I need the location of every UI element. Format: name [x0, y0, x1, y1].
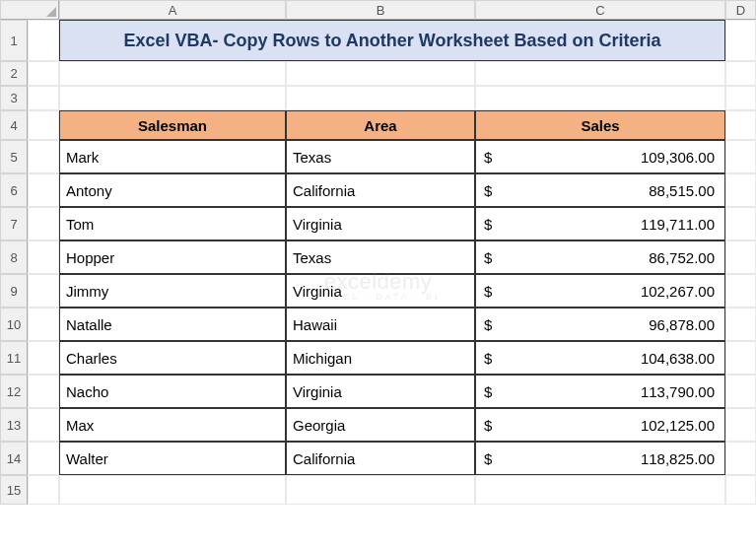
- header-sales[interactable]: Sales: [475, 110, 725, 140]
- cell-a10[interactable]: [28, 308, 59, 341]
- row-header-7[interactable]: 7: [0, 207, 28, 240]
- cell-a13[interactable]: [28, 408, 59, 442]
- cell-sales[interactable]: $104,638.00: [475, 341, 725, 375]
- cell-e2[interactable]: [725, 61, 756, 86]
- row-header-11[interactable]: 11: [0, 341, 28, 375]
- cell-e15[interactable]: [725, 475, 756, 505]
- cell-e3[interactable]: [725, 86, 756, 110]
- row-header-15[interactable]: 15: [0, 475, 28, 505]
- cell-e11[interactable]: [725, 341, 756, 375]
- cell-area[interactable]: Georgia: [286, 408, 475, 442]
- header-area[interactable]: Area: [286, 110, 475, 140]
- cell-salesman[interactable]: Nacho: [59, 375, 286, 408]
- cell-sales[interactable]: $102,267.00: [475, 274, 725, 308]
- cell-sales[interactable]: $96,878.00: [475, 308, 725, 341]
- cell-area[interactable]: California: [286, 173, 475, 207]
- cell-sales[interactable]: $88,515.00: [475, 173, 725, 207]
- cell-e9[interactable]: [725, 274, 756, 308]
- cell-e5[interactable]: [725, 140, 756, 173]
- col-header-b[interactable]: B: [286, 0, 475, 20]
- cell-a2[interactable]: [28, 61, 59, 86]
- cell-area[interactable]: Virginia: [286, 274, 475, 308]
- header-salesman[interactable]: Salesman: [59, 110, 286, 140]
- cell-salesman[interactable]: Max: [59, 408, 286, 442]
- cell-a4[interactable]: [28, 110, 59, 140]
- select-all-corner[interactable]: [0, 0, 59, 20]
- cell-c15[interactable]: [286, 475, 475, 505]
- row-header-2[interactable]: 2: [0, 61, 28, 86]
- cell-area[interactable]: Hawaii: [286, 308, 475, 341]
- cell-sales[interactable]: $113,790.00: [475, 375, 725, 408]
- cell-area[interactable]: Texas: [286, 240, 475, 274]
- cell-b15[interactable]: [59, 475, 286, 505]
- cell-d15[interactable]: [475, 475, 725, 505]
- cell-d3[interactable]: [475, 86, 725, 110]
- cell-b2[interactable]: [59, 61, 286, 86]
- row-header-13[interactable]: 13: [0, 408, 28, 442]
- row-header-10[interactable]: 10: [0, 308, 28, 341]
- cell-salesman[interactable]: Hopper: [59, 240, 286, 274]
- cell-c3[interactable]: [286, 86, 475, 110]
- cell-salesman[interactable]: Tom: [59, 207, 286, 240]
- cell-a1[interactable]: [28, 20, 59, 61]
- cell-sales[interactable]: $109,306.00: [475, 140, 725, 173]
- row-header-4[interactable]: 4: [0, 110, 28, 140]
- col-header-a[interactable]: A: [59, 0, 286, 20]
- currency-symbol: $: [482, 383, 492, 400]
- cell-salesman[interactable]: Mark: [59, 140, 286, 173]
- sales-value: 102,267.00: [641, 283, 719, 300]
- currency-symbol: $: [482, 149, 492, 166]
- cell-area[interactable]: Virginia: [286, 375, 475, 408]
- cell-a8[interactable]: [28, 240, 59, 274]
- cell-a11[interactable]: [28, 341, 59, 375]
- row-header-5[interactable]: 5: [0, 140, 28, 173]
- cell-area[interactable]: Virginia: [286, 207, 475, 240]
- cell-e12[interactable]: [725, 375, 756, 408]
- sales-value: 109,306.00: [641, 149, 719, 166]
- row-header-12[interactable]: 12: [0, 375, 28, 408]
- col-header-d[interactable]: D: [725, 0, 756, 20]
- cell-a7[interactable]: [28, 207, 59, 240]
- cell-salesman[interactable]: Antony: [59, 173, 286, 207]
- cell-area[interactable]: Michigan: [286, 341, 475, 375]
- cell-a3[interactable]: [28, 86, 59, 110]
- sales-value: 86,752.00: [649, 249, 719, 266]
- cell-sales[interactable]: $119,711.00: [475, 207, 725, 240]
- cell-e13[interactable]: [725, 408, 756, 442]
- cell-a14[interactable]: [28, 442, 59, 475]
- cell-a9[interactable]: [28, 274, 59, 308]
- cell-c2[interactable]: [286, 61, 475, 86]
- cell-salesman[interactable]: Charles: [59, 341, 286, 375]
- row-header-14[interactable]: 14: [0, 442, 28, 475]
- row-header-8[interactable]: 8: [0, 240, 28, 274]
- col-header-c[interactable]: C: [475, 0, 725, 20]
- cell-e1[interactable]: [725, 20, 756, 61]
- sales-value: 102,125.00: [641, 417, 719, 434]
- cell-area[interactable]: California: [286, 442, 475, 475]
- row-header-3[interactable]: 3: [0, 86, 28, 110]
- cell-sales[interactable]: $86,752.00: [475, 240, 725, 274]
- cell-area[interactable]: Texas: [286, 140, 475, 173]
- cell-a15[interactable]: [28, 475, 59, 505]
- cell-e10[interactable]: [725, 308, 756, 341]
- cell-e6[interactable]: [725, 173, 756, 207]
- cell-salesman[interactable]: Walter: [59, 442, 286, 475]
- cell-e4[interactable]: [725, 110, 756, 140]
- cell-e8[interactable]: [725, 240, 756, 274]
- cell-a6[interactable]: [28, 173, 59, 207]
- cell-sales[interactable]: $118,825.00: [475, 442, 725, 475]
- cell-salesman[interactable]: Natalle: [59, 308, 286, 341]
- cell-e7[interactable]: [725, 207, 756, 240]
- cell-a12[interactable]: [28, 375, 59, 408]
- cell-d2[interactable]: [475, 61, 725, 86]
- cell-a5[interactable]: [28, 140, 59, 173]
- sales-value: 119,711.00: [641, 216, 719, 233]
- cell-b3[interactable]: [59, 86, 286, 110]
- cell-e14[interactable]: [725, 442, 756, 475]
- cell-salesman[interactable]: Jimmy: [59, 274, 286, 308]
- row-header-9[interactable]: 9: [0, 274, 28, 308]
- row-header-1[interactable]: 1: [0, 20, 28, 61]
- row-header-6[interactable]: 6: [0, 173, 28, 207]
- page-title[interactable]: Excel VBA- Copy Rows to Another Workshee…: [59, 20, 725, 61]
- cell-sales[interactable]: $102,125.00: [475, 408, 725, 442]
